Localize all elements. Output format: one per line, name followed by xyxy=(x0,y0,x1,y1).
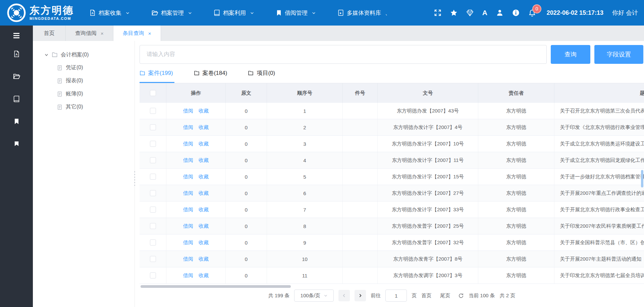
menu-borrow-manage[interactable]: 借阅管理 xyxy=(276,9,316,17)
borrow-link[interactable]: 借阅 xyxy=(183,256,193,262)
tree-node-report[interactable]: 报表(0) xyxy=(33,74,135,87)
caret-down-icon[interactable] xyxy=(44,53,49,57)
favorite-link[interactable]: 收藏 xyxy=(199,207,209,213)
chevron-down-icon xyxy=(324,294,328,298)
row-checkbox[interactable] xyxy=(150,174,156,180)
borrow-link[interactable]: 借阅 xyxy=(183,223,193,229)
menu-archive-manage[interactable]: 档案管理 xyxy=(151,9,192,17)
tab-home[interactable]: 首页 xyxy=(33,26,66,41)
tree-node-ledger[interactable]: 账簿(0) xyxy=(33,87,135,100)
vertical-scrollbar-thumb[interactable] xyxy=(641,170,643,187)
tab-query-borrow[interactable]: 查询借阅 × xyxy=(66,26,113,41)
tree-node-voucher[interactable]: 凭证(0) xyxy=(33,61,135,74)
horizontal-scrollbar-thumb[interactable] xyxy=(141,285,291,288)
favorite-link[interactable]: 收藏 xyxy=(199,256,209,262)
page-size-select[interactable]: 100条/页 xyxy=(294,290,334,302)
row-checkbox[interactable] xyxy=(150,272,156,278)
last-page-link[interactable]: 尾页 xyxy=(440,293,450,299)
favorite-link[interactable]: 收藏 xyxy=(199,124,209,131)
favorite-link[interactable]: 收藏 xyxy=(199,239,209,246)
favorite-link[interactable]: 收藏 xyxy=(199,190,209,196)
first-page-link[interactable]: 首页 xyxy=(421,293,431,299)
notification-badge: 0 xyxy=(532,4,541,13)
borrow-link[interactable]: 借阅 xyxy=(183,124,193,131)
menu-multimedia-library[interactable]: 多媒体资料库 、 xyxy=(337,9,391,17)
close-icon[interactable]: × xyxy=(148,31,151,36)
favorite-link[interactable]: 收藏 xyxy=(199,272,209,279)
menu-archive-collect[interactable]: A 档案收集 xyxy=(89,9,130,17)
document-a-icon: A xyxy=(89,9,96,16)
fullscreen-icon[interactable] xyxy=(434,9,441,16)
horizontal-scrollbar xyxy=(140,284,644,289)
search-input[interactable] xyxy=(140,45,547,64)
row-checkbox[interactable] xyxy=(150,207,156,213)
goto-page-input[interactable] xyxy=(385,290,407,302)
chevron-down-icon xyxy=(312,11,316,15)
row-title-cell: 关于印发2007年农民科学素质纲要工作方案的通知 xyxy=(554,218,644,234)
rtab-projects[interactable]: 项目(0) xyxy=(248,69,276,83)
favorite-link[interactable]: 收藏 xyxy=(199,223,209,229)
field-settings-button[interactable]: 字段设置 xyxy=(594,45,643,64)
row-checkbox[interactable] xyxy=(150,157,156,163)
borrow-link[interactable]: 借阅 xyxy=(183,190,193,196)
row-operation-cell: 借阅 收藏 xyxy=(166,251,226,267)
star-icon[interactable] xyxy=(450,9,458,16)
query-button[interactable]: 查询 xyxy=(551,45,590,64)
top-navbar: 东方明德 MINGDEDATA.COM A 档案收集 档案管理 xyxy=(0,0,644,26)
borrow-link[interactable]: 借阅 xyxy=(183,207,193,213)
rtab-files[interactable]: 案卷(184) xyxy=(194,69,229,83)
font-size-icon[interactable]: A xyxy=(482,9,487,16)
row-checkbox[interactable] xyxy=(150,256,156,262)
tab-entry-query[interactable]: 条目查询 × xyxy=(113,26,161,41)
rail-archive-manage-icon[interactable] xyxy=(13,70,20,82)
hamburger-menu-icon[interactable] xyxy=(12,30,20,42)
next-page-button[interactable] xyxy=(355,290,366,301)
row-doc-no-cell: 东方明德办发计字【2007】27号 xyxy=(378,185,478,201)
row-doc-no-cell: 东方明德办发计字【2007】15号 xyxy=(378,169,478,185)
app-logo[interactable]: 东方明德 MINGDEDATA.COM xyxy=(7,3,74,23)
row-checkbox[interactable] xyxy=(150,124,156,130)
row-checkbox[interactable] xyxy=(150,239,156,246)
borrow-link[interactable]: 借阅 xyxy=(183,108,193,114)
favorite-link[interactable]: 收藏 xyxy=(199,141,209,147)
refresh-icon[interactable] xyxy=(458,293,464,299)
notification-bell-icon[interactable]: 0 xyxy=(528,9,536,17)
row-checkbox[interactable] xyxy=(150,190,156,196)
row-operation-cell: 借阅 收藏 xyxy=(166,152,226,168)
svg-text:A: A xyxy=(15,52,18,56)
borrow-link[interactable]: 借阅 xyxy=(183,272,193,279)
rail-borrow-manage-icon[interactable] xyxy=(13,115,20,127)
chevron-right-icon xyxy=(358,293,363,298)
row-operation-cell: 借阅 收藏 xyxy=(166,267,226,283)
favorite-link[interactable]: 收藏 xyxy=(199,157,209,164)
tree-node-accounting-archive[interactable]: 会计档案(0) xyxy=(33,48,135,61)
rail-media-file-icon[interactable] xyxy=(14,138,19,150)
row-checkbox[interactable] xyxy=(150,141,156,147)
prev-page-button[interactable] xyxy=(338,290,350,301)
favorite-link[interactable]: 收藏 xyxy=(199,174,209,180)
table-header-row: 操作 原文 顺序号 件号 文号 责任者 题名 xyxy=(140,83,644,103)
menu-archive-use[interactable]: 档案利用 xyxy=(214,9,254,17)
rail-archive-use-icon[interactable] xyxy=(13,93,20,105)
document-icon xyxy=(57,104,62,110)
close-icon[interactable]: × xyxy=(101,31,104,36)
borrow-link[interactable]: 借阅 xyxy=(183,157,193,164)
row-checkbox-cell xyxy=(140,119,166,135)
row-checkbox[interactable] xyxy=(150,223,156,229)
row-title-cell: 关于成立北京东方明德奥运环境建设工作组的通知 xyxy=(554,136,644,152)
select-all-checkbox[interactable] xyxy=(150,90,156,96)
gem-icon[interactable] xyxy=(466,9,474,16)
user-greeting[interactable]: 你好 会计 xyxy=(612,9,638,17)
rtab-cases[interactable]: 案件(199) xyxy=(140,69,174,83)
borrow-link[interactable]: 借阅 xyxy=(183,141,193,147)
borrow-link[interactable]: 借阅 xyxy=(183,174,193,180)
borrow-link[interactable]: 借阅 xyxy=(183,239,193,246)
tree-node-other[interactable]: 其它(0) xyxy=(33,100,135,114)
row-checkbox[interactable] xyxy=(150,108,156,114)
table-row: 借阅 收藏 0 3 东方明德办发计字【2007】10号 东方明德 关于成立北京东… xyxy=(140,136,644,152)
user-icon[interactable] xyxy=(496,9,503,16)
favorite-link[interactable]: 收藏 xyxy=(199,108,209,114)
rail-archive-collect-icon[interactable]: A xyxy=(13,48,20,60)
info-icon[interactable] xyxy=(512,9,520,16)
search-bar: 查询 字段设置 xyxy=(140,45,644,64)
